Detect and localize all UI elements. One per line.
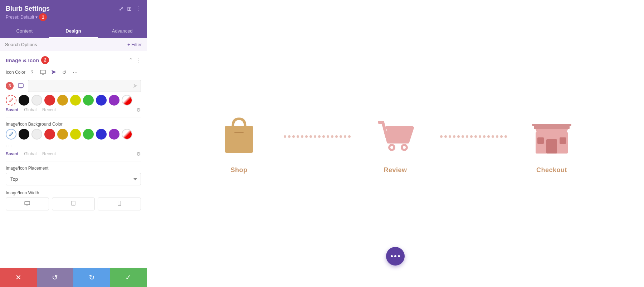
bg-more-dots[interactable]: ⋯ [6,142,13,150]
search-bar: + Filter [0,38,147,51]
bg-swatch-purple[interactable] [109,129,119,140]
icon-color-swatches [6,95,141,106]
canvas-inner: Shop [147,99,644,188]
svg-rect-6 [25,201,30,205]
icon-color-label: Icon Color [6,70,25,75]
svg-rect-13 [234,132,244,133]
bg-color-settings-icon[interactable]: ⚙ [136,151,141,157]
swatch-gold[interactable] [57,95,68,106]
review-label: Review [384,166,407,174]
global-tab[interactable]: Global [24,107,36,112]
cursor-icon[interactable]: ⮞ [50,68,58,76]
columns-icon[interactable]: ⊞ [127,5,132,12]
svg-point-9 [73,205,74,205]
mobile-width-icon [118,201,121,207]
swatch-purple[interactable] [109,95,119,106]
bg-dots-row: ⋯ [6,142,141,150]
eyedropper-swatch[interactable] [6,95,16,106]
section-controls: ⌃ ⋮ [128,57,141,64]
tab-advanced[interactable]: Advanced [98,25,147,38]
icon-color-tabs: Saved Global Recent ⚙ [6,107,141,113]
preset-arrow[interactable]: ▾ [35,15,38,20]
save-button[interactable]: ✓ [110,268,147,287]
swatch-red[interactable] [44,95,55,106]
monitor-device-btn[interactable] [16,81,26,91]
search-input[interactable] [0,38,122,51]
divider-1 [6,117,141,117]
bg-swatch-black[interactable] [19,129,29,140]
svg-point-4 [9,102,10,102]
float-btn-dots [391,255,400,257]
swatch-blue[interactable] [96,95,107,106]
collapse-icon[interactable]: ⌃ [128,57,133,64]
color-settings-icon[interactable]: ⚙ [136,107,141,113]
svg-point-5 [9,136,10,136]
expand-icon[interactable]: ⤢ [119,5,123,12]
settings-panel: Blurb Settings ⤢ ⊞ ⋮ Preset: Default ▾ 1… [0,0,147,287]
panel-footer: ✕ ↺ ↻ ✓ [0,268,147,287]
help-icon[interactable]: ? [28,68,36,76]
swatch-black[interactable] [19,95,29,106]
svg-point-16 [390,146,393,149]
swatch-none[interactable] [122,95,132,106]
filter-button[interactable]: + Filter [122,39,147,50]
placement-row: Image/Icon Placement Top Left Right Bott… [6,166,141,185]
svg-rect-0 [40,70,45,74]
dots-2 [440,135,507,152]
panel-header-icons: ⤢ ⊞ ⋮ [119,5,141,12]
section-more-icon[interactable]: ⋮ [135,57,141,64]
width-box-3[interactable] [98,198,141,210]
float-action-button[interactable] [386,247,405,266]
bg-saved-tab[interactable]: Saved [6,151,18,156]
section-title: Image & Icon 2 [6,56,49,64]
placement-select[interactable]: Top Left Right Bottom [6,173,141,185]
dots-1 [284,135,351,152]
bg-swatch-gold[interactable] [57,129,68,140]
cancel-button[interactable]: ✕ [0,268,37,287]
bg-swatch-yellow[interactable] [70,129,81,140]
bg-swatch-none[interactable] [122,129,132,140]
tab-content[interactable]: Content [0,25,49,38]
divider-2 [6,161,141,161]
bg-eyedropper-swatch[interactable] [6,129,16,140]
svg-rect-21 [537,137,544,144]
bg-swatch-red[interactable] [44,129,55,140]
saved-tab[interactable]: Saved [6,107,18,112]
svg-rect-2 [18,84,23,87]
width-box-1[interactable] [6,198,49,210]
options-icon[interactable]: ⋯ [71,68,79,76]
swatch-green[interactable] [83,95,94,106]
icon-color-row: Icon Color ? ⮞ ↺ ⋯ [6,68,141,76]
bg-swatch-white[interactable] [31,129,42,140]
svg-rect-22 [560,137,566,144]
review-icon [372,113,419,160]
tab-design[interactable]: Design [49,25,98,38]
section-title-text: Image & Icon [6,57,39,63]
recent-tab[interactable]: Recent [42,107,56,112]
swatch-white[interactable] [31,95,42,106]
panel-tabs: Content Design Advanced [0,25,147,38]
width-box-2[interactable] [52,198,95,210]
swatch-yellow[interactable] [70,95,81,106]
redo-button[interactable]: ↻ [73,268,110,287]
section-header-image-icon: Image & Icon 2 ⌃ ⋮ [6,56,141,64]
blurb-shop: Shop [216,113,262,174]
monitor-width-icon [24,201,30,207]
panel-body: Image & Icon 2 ⌃ ⋮ Icon Color ? ⮞ ↺ ⋯ 3 [0,51,147,268]
undo-button[interactable]: ↺ [37,268,74,287]
svg-rect-7 [26,205,28,205]
desktop-icon[interactable] [39,68,47,76]
bg-color-label: Image/Icon Background Color [6,122,141,127]
reset-icon[interactable]: ↺ [60,68,68,76]
bg-swatch-blue[interactable] [96,129,107,140]
panel-header: Blurb Settings ⤢ ⊞ ⋮ Preset: Default ▾ 1 [0,0,147,25]
bg-swatch-green[interactable] [83,129,94,140]
more-icon[interactable]: ⋮ [135,5,141,12]
bg-global-tab[interactable]: Global [24,151,36,156]
device-color-row: 3 ⮞ [6,80,141,92]
svg-point-11 [119,205,120,205]
bg-color-tabs: Saved Global Recent ⚙ [6,151,141,157]
color-input[interactable]: ⮞ [28,80,141,92]
preset-label[interactable]: Preset: Default [6,15,34,20]
bg-recent-tab[interactable]: Recent [42,151,56,156]
